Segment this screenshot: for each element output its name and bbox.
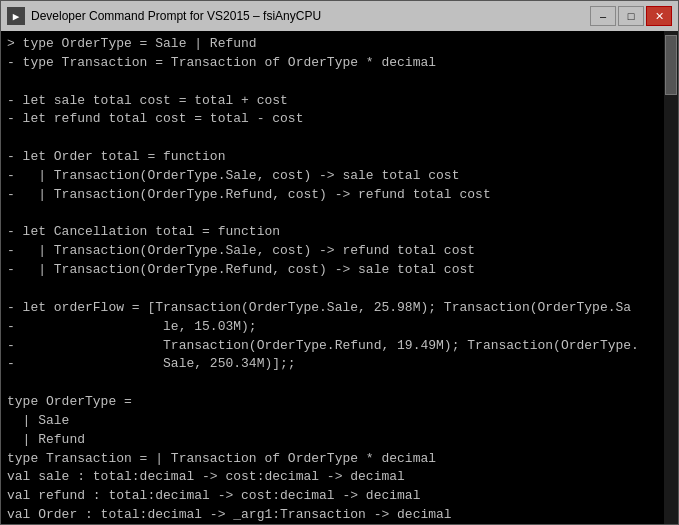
title-bar: ▶ Developer Command Prompt for VS2015 – … <box>1 1 678 31</box>
console-output: > type OrderType = Sale | Refund - type … <box>7 35 672 524</box>
app-icon: ▶ <box>7 7 25 25</box>
window-controls: – □ ✕ <box>590 6 672 26</box>
maximize-button[interactable]: □ <box>618 6 644 26</box>
minimize-button[interactable]: – <box>590 6 616 26</box>
scrollbar-thumb[interactable] <box>665 35 677 95</box>
scrollbar[interactable] <box>664 31 678 524</box>
close-button[interactable]: ✕ <box>646 6 672 26</box>
main-window: ▶ Developer Command Prompt for VS2015 – … <box>0 0 679 525</box>
window-title: Developer Command Prompt for VS2015 – fs… <box>31 9 321 23</box>
console-area[interactable]: > type OrderType = Sale | Refund - type … <box>1 31 678 524</box>
title-bar-left: ▶ Developer Command Prompt for VS2015 – … <box>7 7 321 25</box>
